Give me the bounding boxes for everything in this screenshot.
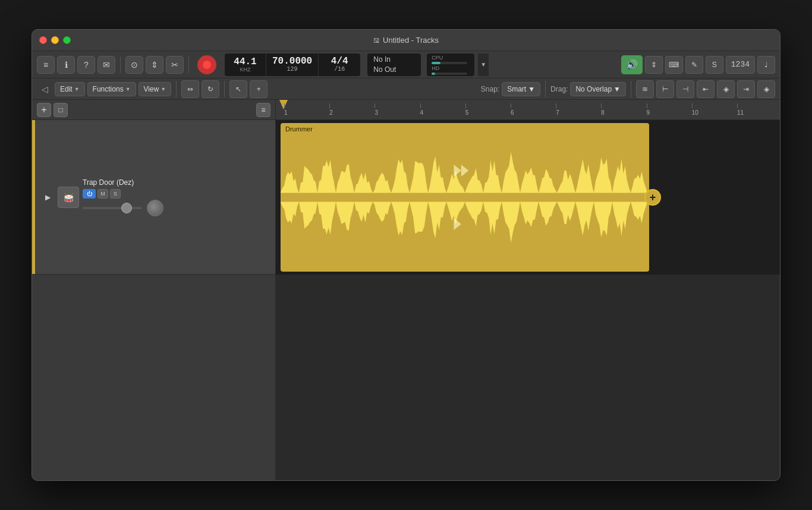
cpu-meter: CPU HD	[427, 53, 474, 76]
time-sig-section[interactable]: 4/4 /16	[319, 53, 360, 76]
cpu-bar-fill	[432, 62, 440, 64]
pan-knob[interactable]	[147, 200, 163, 216]
zoom-out-btn[interactable]: ⇤	[697, 80, 715, 98]
hd-bar-bg	[432, 73, 467, 75]
functions-menu[interactable]: Functions ▼	[87, 82, 136, 96]
scissors-button[interactable]: ✂	[166, 56, 184, 74]
track-list-header: + □ ≡	[32, 100, 275, 120]
no-in-out-display[interactable]: No In No Out	[367, 53, 421, 76]
track-solo-button[interactable]: S	[110, 189, 121, 199]
timeline-ruler: 1234567891011	[276, 100, 780, 120]
tempo-section[interactable]: 70.0000 129	[266, 53, 319, 76]
add-track-button[interactable]: +	[37, 103, 51, 117]
ruler-mark-10: 10	[690, 103, 735, 116]
drag-value-button[interactable]: No Overlap ▼	[570, 82, 626, 96]
right-controls: 🔊 ⇕ ⌨ ✎ S 1234 ♩	[621, 55, 775, 74]
fader-icon-button[interactable]: ⇕	[645, 56, 663, 74]
sep6	[631, 81, 631, 97]
midi-button[interactable]: ⌨	[665, 56, 683, 74]
back-button[interactable]: ◁	[37, 81, 52, 97]
settings-button[interactable]: ⊙	[125, 56, 143, 74]
record-button[interactable]	[197, 55, 216, 74]
record-icon	[203, 61, 211, 69]
save-button[interactable]: ≡	[37, 56, 55, 74]
close-button[interactable]	[39, 36, 47, 44]
ruler-mark-7: 7	[553, 103, 599, 116]
drag-section: Drag: No Overlap ▼	[550, 82, 626, 96]
ruler-mark-1: 1	[282, 103, 327, 116]
empty-track-area	[32, 275, 275, 480]
fit-btn[interactable]: ⊣	[676, 80, 694, 98]
track-play-button[interactable]: ▶	[41, 191, 54, 204]
ruler-mark-5: 5	[463, 103, 508, 116]
zoom-in-btn[interactable]: ⇥	[737, 80, 755, 98]
hd-bar-fill	[432, 73, 435, 75]
view-menu[interactable]: View ▼	[139, 82, 172, 96]
ruler-mark-2: 2	[327, 103, 372, 116]
snap-value-button[interactable]: Smart ▼	[502, 82, 540, 96]
ruler-mark-8: 8	[599, 103, 644, 116]
fader-area	[83, 200, 269, 216]
snap-section: Snap: Smart ▼	[481, 82, 540, 96]
functions-chevron: ▼	[125, 86, 131, 92]
minimize-button[interactable]	[51, 36, 59, 44]
tracks-content: Drummer +	[276, 120, 780, 480]
help-button[interactable]: ?	[77, 56, 95, 74]
drummer-region[interactable]: Drummer	[281, 123, 649, 272]
folder-button[interactable]: □	[53, 103, 68, 117]
window-title: 🖫 Untitled - Tracks	[373, 36, 439, 45]
track-mute-button[interactable]: M	[97, 189, 108, 199]
export-button[interactable]: ✉	[97, 56, 115, 74]
titlebar: 🖫 Untitled - Tracks	[32, 30, 780, 51]
track-controls: ▶ 🥁 Trap Door (Dez) ⏻ M S	[35, 178, 275, 216]
speaker-button[interactable]: 🔊	[621, 55, 643, 74]
main-window: 🖫 Untitled - Tracks ≡ ℹ ? ✉ ⊙ ⇕ ✂ 44.1 K…	[32, 29, 780, 481]
edit-menu[interactable]: Edit ▼	[55, 82, 85, 96]
gain-left-btn[interactable]: ◈	[717, 80, 735, 98]
edit-chevron: ▼	[74, 86, 80, 92]
track-buttons: ⏻ M S	[83, 189, 269, 199]
counter-display[interactable]: 1234	[726, 56, 755, 74]
gain-right-btn[interactable]: ◈	[757, 80, 775, 98]
ruler-mark-11: 11	[735, 103, 780, 116]
snap-chevron: ▼	[528, 85, 535, 93]
metronome-button[interactable]: ♩	[757, 56, 775, 74]
info-button[interactable]: ℹ	[57, 56, 75, 74]
track-settings-button[interactable]: ≡	[256, 103, 270, 117]
view-chevron: ▼	[160, 86, 166, 92]
sample-rate-section: 44.1 KHZ	[225, 53, 266, 76]
mixer-button[interactable]: ⇕	[146, 56, 163, 74]
track-row: ▶ 🥁 Trap Door (Dez) ⏻ M S	[32, 120, 275, 275]
ruler-mark-6: 6	[508, 103, 553, 116]
track-list: + □ ≡ ▶ 🥁 Trap Door (Dez) ⏻	[32, 100, 276, 480]
trim-btn[interactable]: ⊢	[656, 80, 674, 98]
track-name: Trap Door (Dez)	[83, 178, 269, 187]
track-power-button[interactable]: ⏻	[83, 189, 96, 199]
edit-toolbar-right: Snap: Smart ▼ Drag: No Overlap ▼ ≋ ⊢ ⊣ ⇤…	[481, 80, 775, 98]
separator1	[120, 56, 121, 73]
document-icon: 🖫	[373, 37, 380, 44]
cpu-dropdown[interactable]: ▼	[478, 53, 489, 76]
arrangement-view: 1234567891011 Drummer +	[276, 100, 780, 480]
maximize-button[interactable]	[63, 36, 71, 44]
fader-track[interactable]	[83, 207, 142, 209]
track-background: Drummer +	[276, 120, 780, 275]
ruler-mark-9: 9	[644, 103, 690, 116]
fader-thumb[interactable]	[121, 203, 132, 213]
pencil-tool-btn[interactable]: +	[250, 80, 267, 98]
cursor-btn[interactable]: ↖	[229, 80, 247, 98]
pen-button[interactable]: ✎	[685, 56, 703, 74]
flex-button[interactable]: S	[706, 56, 723, 74]
loop-icon-btn[interactable]: ↻	[202, 80, 219, 98]
waveform-canvas	[281, 123, 649, 272]
track-instrument-icon[interactable]: 🥁	[58, 187, 79, 208]
ruler-mark-4: 4	[418, 103, 463, 116]
resize-icon-btn[interactable]: ⇔	[181, 80, 199, 98]
main-toolbar: ≡ ℹ ? ✉ ⊙ ⇕ ✂ 44.1 KHZ 70.0000 129 4/4 /…	[32, 51, 780, 78]
sep3	[176, 81, 177, 97]
cpu-bar-bg	[432, 62, 467, 64]
add-region-button[interactable]: +	[644, 189, 661, 206]
traffic-lights	[39, 36, 71, 44]
waveform-view-btn[interactable]: ≋	[636, 80, 654, 98]
drag-chevron: ▼	[613, 85, 621, 93]
